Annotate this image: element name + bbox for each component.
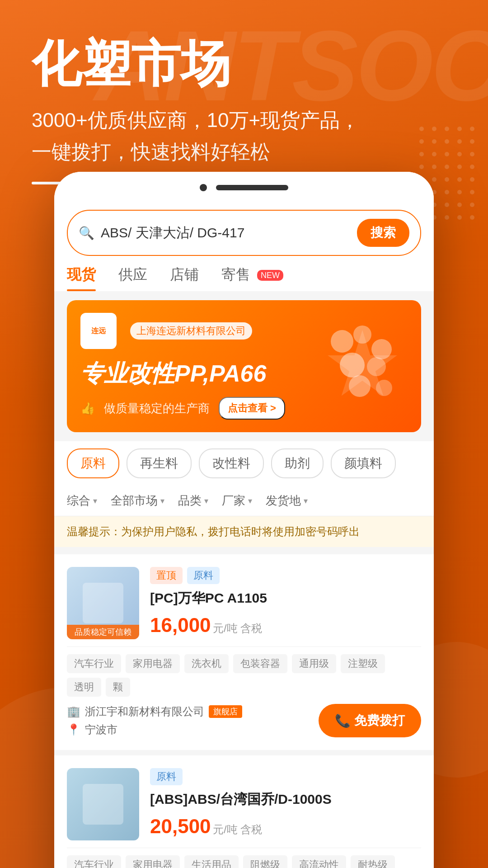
tab-new-badge: NEW <box>257 270 283 281</box>
product-price-row-2: 20,500 元/吨 含税 <box>150 815 421 838</box>
phone-mockup: 🔍 ABS/ 天津大沾/ DG-417 搜索 现货 供应 店铺 寄售 <box>54 172 434 868</box>
phone-icon: 📞 <box>335 713 351 728</box>
product-footer-1: 🏢 浙江宇和新材料有限公司 旗舰店 📍 宁波市 📞 免费拨打 <box>67 704 421 737</box>
header-subtitle: 3000+优质供应商，10万+现货产品， 一键拨打，快速找料好轻松 <box>32 104 456 168</box>
speaker-bar <box>216 185 288 190</box>
filter-market[interactable]: 全部市场 ▾ <box>111 493 164 509</box>
product-price-row-1: 16,000 元/吨 含税 <box>150 614 421 637</box>
attr-tag: 高流动性 <box>292 855 346 868</box>
filter-arrow-icon: ▾ <box>248 496 252 506</box>
phone-content: 🔍 ABS/ 天津大沾/ DG-417 搜索 现货 供应 店铺 寄售 <box>54 199 434 868</box>
verified-badge-1: 旗舰店 <box>209 705 242 718</box>
product-tags-1: 置顶 原料 <box>150 567 421 584</box>
notice-text: 温馨提示：为保护用户隐私，拨打电话时将使用加密号码呼出 <box>67 525 360 538</box>
location-row-1: 📍 宁波市 <box>67 722 242 737</box>
pill-zhuzhi[interactable]: 助剂 <box>271 448 324 478</box>
product-thumb-1: 品质稳定可信赖 <box>67 567 139 639</box>
product-attrs-1: 汽车行业 家用电器 洗衣机 包装容器 通用级 注塑级 透明 颗 <box>67 646 421 697</box>
product-attrs-2: 汽车行业 家用电器 生活用品 阻燃级 高流动性 耐热级 电器级 <box>67 848 421 868</box>
company-icon: 🏢 <box>67 705 80 718</box>
tab-xianhuo[interactable]: 现货 <box>67 265 96 291</box>
attr-tag: 家用电器 <box>126 654 180 673</box>
subtitle-line2: 一键拨打，快速找料好轻松 <box>32 141 270 163</box>
tag-type-2: 原料 <box>150 768 183 785</box>
product-price-unit-1: 元/吨 含税 <box>213 622 262 634</box>
attr-tag: 耐热级 <box>351 855 395 868</box>
banner-sub-text: 做质量稳定的生产商 <box>104 401 210 416</box>
location-text-1: 宁波市 <box>85 722 117 737</box>
product-tags-2: 原料 <box>150 768 421 785</box>
attr-tag: 通用级 <box>292 654 336 673</box>
attr-tag: 生活用品 <box>184 855 239 868</box>
product-price-unit-2: 元/吨 含税 <box>213 823 262 835</box>
filter-arrow-icon: ▾ <box>93 496 97 506</box>
filter-comprehensive[interactable]: 综合 ▾ <box>67 493 97 509</box>
call-button-1[interactable]: 📞 免费拨打 <box>319 704 421 737</box>
camera-dot <box>200 184 207 191</box>
attr-tag: 颗 <box>106 678 130 697</box>
banner-company-tag: 上海连远新材料有限公司 <box>130 322 252 340</box>
attr-tag: 家用电器 <box>126 855 180 868</box>
filter-category[interactable]: 品类 ▾ <box>178 493 208 509</box>
phone-status-bar <box>54 172 434 199</box>
tag-type-1: 原料 <box>187 567 220 584</box>
company-name-1: 浙江宇和新材料有限公司 <box>85 704 204 719</box>
product-info-2: 原料 [ABS]ABS/台湾国乔/D-1000S 20,500 元/吨 含税 <box>150 768 421 840</box>
attr-tag: 透明 <box>67 678 101 697</box>
product-card-2[interactable]: 原料 [ABS]ABS/台湾国乔/D-1000S 20,500 元/吨 含税 汽… <box>54 750 434 868</box>
attr-tag: 注塑级 <box>341 654 385 673</box>
product-thumb-2 <box>67 768 139 840</box>
pill-gaixingliao[interactable]: 改性料 <box>199 448 264 478</box>
product-card-1[interactable]: 品质稳定可信赖 置顶 原料 [PC]万华PC A1105 16,000 元/吨 … <box>54 554 434 750</box>
pill-yantianlia[interactable]: 颜填料 <box>331 448 396 478</box>
attr-tag: 汽车行业 <box>67 855 121 868</box>
banner-cta-button[interactable]: 点击查看 > <box>219 397 285 420</box>
main-tabs: 现货 供应 店铺 寄售 NEW <box>54 256 434 291</box>
tab-dianpu[interactable]: 店铺 <box>170 265 199 291</box>
product-name-2: [ABS]ABS/台湾国乔/D-1000S <box>150 790 421 809</box>
attr-tag: 包装容器 <box>233 654 287 673</box>
search-bar[interactable]: 🔍 ABS/ 天津大沾/ DG-417 搜索 <box>67 210 421 256</box>
pill-yuanliao[interactable]: 原料 <box>67 448 119 478</box>
product-price-1: 16,000 <box>150 614 211 636</box>
product-price-2: 20,500 <box>150 815 211 837</box>
location-icon-1: 📍 <box>67 723 80 736</box>
phone-frame: 🔍 ABS/ 天津大沾/ DG-417 搜索 现货 供应 店铺 寄售 <box>54 172 434 868</box>
product-top-2: 原料 [ABS]ABS/台湾国乔/D-1000S 20,500 元/吨 含税 <box>67 768 421 840</box>
filter-manufacturer[interactable]: 厂家 ▾ <box>222 493 252 509</box>
pill-zaishenglia[interactable]: 再生料 <box>127 448 192 478</box>
search-icon: 🔍 <box>79 226 94 241</box>
search-area: 🔍 ABS/ 天津大沾/ DG-417 搜索 <box>54 199 434 256</box>
company-info-1: 🏢 浙江宇和新材料有限公司 旗舰店 📍 宁波市 <box>67 704 242 737</box>
product-top-1: 品质稳定可信赖 置顶 原料 [PC]万华PC A1105 16,000 元/吨 … <box>67 567 421 639</box>
notice-bar: 温馨提示：为保护用户隐私，拨打电话时将使用加密号码呼出 <box>54 516 434 547</box>
page-title: 化塑市场 <box>32 36 456 91</box>
tab-jishou[interactable]: 寄售 NEW <box>221 265 283 291</box>
filter-location[interactable]: 发货地 ▾ <box>266 493 308 509</box>
banner-ad[interactable]: 连远 上海连远新材料有限公司 专业改性PP,PA66 👍 做质量稳定的生产商 点… <box>67 300 421 432</box>
filter-arrow-icon: ▾ <box>204 496 208 506</box>
filter-arrow-icon: ▾ <box>304 496 308 506</box>
category-filter: 原料 再生料 改性料 助剂 颜填料 <box>54 441 434 486</box>
product-info-1: 置顶 原料 [PC]万华PC A1105 16,000 元/吨 含税 <box>150 567 421 639</box>
subtitle-line1: 3000+优质供应商，10万+现货产品， <box>32 109 360 131</box>
banner-logo: 连远 <box>80 313 117 349</box>
search-input-value[interactable]: ABS/ 天津大沾/ DG-417 <box>101 224 351 242</box>
search-button[interactable]: 搜索 <box>357 219 409 247</box>
filter-bar: 综合 ▾ 全部市场 ▾ 品类 ▾ 厂家 ▾ 发货地 ▾ <box>54 486 434 516</box>
filter-arrow-icon: ▾ <box>160 496 164 506</box>
tag-top-1: 置顶 <box>150 567 183 584</box>
product-name-1: [PC]万华PC A1105 <box>150 589 421 608</box>
attr-tag: 阻燃级 <box>243 855 287 868</box>
attr-tag: 洗衣机 <box>184 654 229 673</box>
thumb-badge-1: 品质稳定可信赖 <box>67 625 139 639</box>
tab-gongying[interactable]: 供应 <box>118 265 147 291</box>
banner-decoration <box>313 300 412 432</box>
banner-main-text: 专业改性PP,PA66 <box>80 358 285 390</box>
company-row-1: 🏢 浙江宇和新材料有限公司 旗舰店 <box>67 704 242 719</box>
attr-tag: 汽车行业 <box>67 654 121 673</box>
